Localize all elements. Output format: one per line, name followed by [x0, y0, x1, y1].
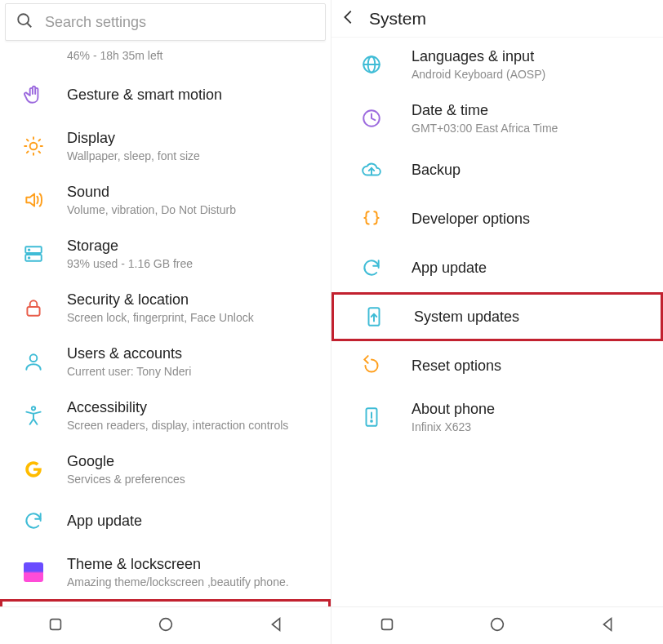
- svg-point-14: [29, 257, 30, 259]
- svg-line-10: [39, 140, 41, 141]
- svg-line-9: [27, 152, 29, 153]
- settings-row-gesture-smart-motion[interactable]: Gesture & smart motion: [0, 70, 331, 119]
- google-icon: [18, 459, 49, 480]
- svg-point-16: [30, 354, 38, 362]
- svg-rect-15: [27, 307, 39, 316]
- settings-row-date-time[interactable]: Date & timeGMT+03:00 East Africa Time: [332, 91, 663, 145]
- row-title: About phone: [412, 400, 648, 419]
- svg-point-22: [159, 618, 171, 630]
- nav-home-icon[interactable]: [157, 615, 175, 637]
- android-navbar-left: [0, 606, 331, 644]
- svg-rect-33: [381, 619, 392, 629]
- row-title: Reset options: [412, 357, 648, 375]
- hand-icon: [18, 84, 49, 105]
- search-input[interactable]: [45, 14, 315, 31]
- settings-row-languages-input[interactable]: Languages & inputAndroid Keyboard (AOSP): [332, 38, 663, 91]
- sun-icon: [18, 135, 49, 157]
- svg-point-17: [32, 406, 35, 410]
- svg-point-2: [30, 143, 38, 150]
- system-panel: System Languages & inputAndroid Keyboard…: [332, 0, 663, 644]
- settings-row-reset-options[interactable]: Reset options: [332, 341, 663, 390]
- search-icon: [16, 11, 33, 33]
- svg-point-13: [29, 249, 30, 251]
- system-header-title: System: [369, 9, 426, 29]
- row-title: Date & time: [412, 101, 648, 120]
- settings-row-app-update[interactable]: App update: [0, 496, 331, 545]
- svg-line-7: [27, 140, 29, 141]
- settings-row-system[interactable]: SystemLanguages, time, backup, updates: [0, 599, 331, 606]
- search-container: [0, 0, 331, 44]
- settings-main-panel: 46% - 18h 35m left Gesture & smart motio…: [0, 0, 332, 644]
- settings-row-storage[interactable]: Storage93% used - 1.16 GB free: [0, 227, 331, 281]
- system-list: Languages & inputAndroid Keyboard (AOSP)…: [332, 38, 663, 606]
- settings-row-developer-options[interactable]: Developer options: [332, 194, 663, 243]
- settings-row-backup[interactable]: Backup: [332, 145, 663, 194]
- row-subtitle: Wallpaper, sleep, font size: [67, 149, 316, 164]
- row-title: Users & accounts: [67, 344, 316, 363]
- refresh-icon: [18, 510, 49, 531]
- nav-back-icon[interactable]: [598, 615, 616, 637]
- settings-row-about-phone[interactable]: About phoneInfinix X623: [332, 390, 663, 444]
- reset-icon: [356, 355, 387, 376]
- search-bar[interactable]: [5, 3, 326, 41]
- android-navbar-right: [332, 606, 663, 644]
- theme-icon: [18, 562, 49, 582]
- cloud-up-icon: [356, 159, 387, 180]
- settings-list: Gesture & smart motionDisplayWallpaper, …: [0, 70, 331, 606]
- row-title: Display: [67, 129, 316, 148]
- system-header: System: [332, 0, 663, 38]
- row-title: Security & location: [67, 291, 316, 309]
- row-title: Languages & input: [412, 47, 648, 66]
- row-title: Developer options: [412, 210, 648, 229]
- battery-status-sub: 46% - 18h 35m left: [0, 44, 331, 70]
- braces-icon: [356, 208, 387, 229]
- settings-row-sound[interactable]: SoundVolume, vibration, Do Not Disturb: [0, 173, 331, 227]
- row-title: Google: [67, 452, 316, 471]
- storage-icon: [18, 243, 49, 264]
- row-subtitle: GMT+03:00 East Africa Time: [412, 122, 648, 136]
- settings-row-google[interactable]: GoogleServices & preferences: [0, 442, 331, 496]
- globe-icon: [356, 54, 387, 75]
- nav-recent-icon[interactable]: [47, 615, 65, 637]
- row-subtitle: Screen readers, display, interaction con…: [67, 419, 316, 433]
- row-subtitle: Infinix X623: [412, 420, 648, 435]
- row-subtitle: 93% used - 1.16 GB free: [67, 257, 316, 272]
- row-title: App update: [67, 512, 316, 531]
- nav-back-icon[interactable]: [267, 615, 285, 637]
- settings-row-app-update[interactable]: App update: [332, 243, 663, 292]
- row-subtitle: Services & preferences: [67, 473, 316, 487]
- svg-line-8: [39, 152, 41, 153]
- row-subtitle: Current user: Tony Nderi: [67, 365, 316, 380]
- user-icon: [18, 351, 49, 372]
- speaker-icon: [18, 189, 49, 211]
- svg-point-32: [371, 420, 372, 422]
- row-subtitle: Amazing theme/lockscreen ,beautify phone…: [67, 575, 316, 590]
- nav-recent-icon[interactable]: [378, 615, 396, 637]
- row-title: Gesture & smart motion: [67, 86, 316, 104]
- back-icon[interactable]: [340, 8, 358, 29]
- row-subtitle: Android Keyboard (AOSP): [412, 68, 648, 82]
- row-title: Sound: [67, 183, 316, 202]
- phone-alert-icon: [356, 406, 387, 428]
- row-title: Accessibility: [67, 398, 316, 417]
- svg-rect-21: [50, 619, 60, 629]
- row-title: System updates: [414, 308, 646, 326]
- settings-row-users-accounts[interactable]: Users & accountsCurrent user: Tony Nderi: [0, 335, 331, 389]
- phone-up-icon: [358, 306, 389, 327]
- refresh-icon: [356, 257, 387, 278]
- clock-icon: [356, 108, 387, 129]
- settings-row-accessibility[interactable]: AccessibilityScreen readers, display, in…: [0, 389, 331, 442]
- row-title: Theme & lockscreen: [67, 555, 316, 574]
- settings-row-display[interactable]: DisplayWallpaper, sleep, font size: [0, 119, 331, 173]
- svg-point-0: [18, 14, 29, 24]
- row-title: App update: [412, 259, 648, 278]
- settings-row-system-updates[interactable]: System updates: [332, 292, 663, 341]
- nav-home-icon[interactable]: [488, 615, 506, 637]
- settings-row-security-location[interactable]: Security & locationScreen lock, fingerpr…: [0, 281, 331, 335]
- lock-icon: [18, 297, 49, 318]
- svg-line-1: [27, 23, 31, 27]
- row-title: Storage: [67, 237, 316, 255]
- settings-row-theme-lockscreen[interactable]: Theme & lockscreenAmazing theme/lockscre…: [0, 545, 331, 599]
- row-title: Backup: [412, 161, 648, 180]
- row-subtitle: Screen lock, fingerprint, Face Unlock: [67, 311, 316, 326]
